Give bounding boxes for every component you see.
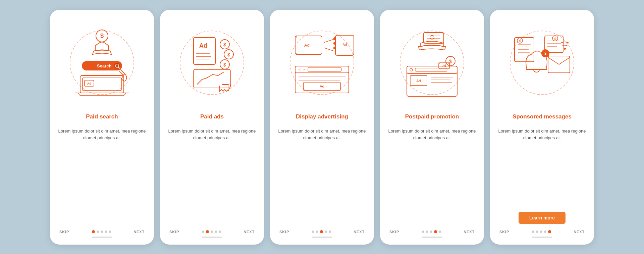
card-title: Postpaid promotion — [405, 110, 459, 124]
sponsored-messages-illustration: 1 $ — [498, 19, 586, 106]
card-divider — [422, 237, 442, 238]
svg-text:$: $ — [100, 33, 104, 39]
svg-text:Ad: Ad — [442, 64, 446, 67]
dot-1 — [532, 231, 534, 233]
next-label[interactable]: NEXT — [244, 230, 255, 234]
svg-text:Ad: Ad — [87, 82, 91, 85]
dot-2 — [536, 231, 538, 233]
dot-2 — [206, 230, 209, 233]
card-divider — [92, 237, 112, 238]
next-label[interactable]: NEXT — [133, 230, 145, 234]
svg-text:<: < — [299, 67, 301, 71]
card-nav: SKIP NEXT — [278, 230, 366, 234]
svg-text:Ad: Ad — [320, 84, 324, 88]
dots — [202, 230, 221, 233]
svg-text:Ad: Ad — [199, 42, 207, 49]
svg-line-30 — [324, 48, 334, 51]
card-nav: SKIP NEXT — [168, 230, 256, 234]
card-sponsored-messages: 1 $ — [490, 10, 594, 245]
svg-point-12 — [180, 31, 244, 95]
svg-text:$: $ — [223, 62, 226, 67]
dots — [422, 230, 441, 233]
card-divider — [202, 237, 222, 238]
dot-3 — [101, 231, 103, 233]
dot-5 — [439, 231, 441, 233]
dot-4 — [105, 231, 107, 233]
svg-line-29 — [324, 39, 334, 43]
dot-5 — [109, 231, 111, 233]
card-body: Lorem ipsum dolor sit dim amet, mea regi… — [498, 128, 586, 208]
postpaid-promotion-illustration: Ad $ Ad — [388, 19, 476, 106]
card-nav: SKIP NEXT — [498, 230, 586, 234]
dot-4 — [544, 231, 546, 233]
svg-text:Search: Search — [97, 63, 111, 68]
skip-label[interactable]: SKIP — [279, 230, 289, 234]
card-paid-ads: Ad $ $ $ Paid ads Lorem ipsum — [160, 10, 264, 245]
card-body: Lorem ipsum dolor sit dim amet, mea regi… — [58, 128, 146, 225]
svg-text:Ad: Ad — [304, 43, 310, 48]
dots — [532, 230, 551, 233]
dot-1 — [422, 231, 424, 233]
svg-text:Ad: Ad — [342, 43, 347, 47]
svg-rect-51 — [407, 66, 457, 96]
svg-point-46 — [400, 31, 464, 95]
svg-rect-8 — [80, 75, 124, 93]
card-divider — [532, 237, 552, 238]
dot-5 — [548, 230, 551, 233]
svg-text:$: $ — [227, 52, 230, 57]
card-display-advertising: Ad Ad < > — [270, 10, 374, 245]
dot-4 — [325, 231, 327, 233]
cards-container: $ Search Ad — [50, 10, 594, 245]
skip-label[interactable]: SKIP — [499, 230, 509, 234]
dot-4 — [215, 231, 217, 233]
skip-label[interactable]: SKIP — [59, 230, 69, 234]
svg-point-54 — [410, 68, 413, 71]
dot-1 — [312, 231, 314, 233]
dot-2 — [316, 231, 318, 233]
card-title: Paid search — [86, 110, 118, 124]
card-body: Lorem ipsum dolor sit dim amet, mea regi… — [388, 128, 476, 225]
dot-3 — [211, 231, 213, 233]
display-advertising-illustration: Ad Ad < > — [278, 19, 366, 106]
card-title: Display advertising — [296, 110, 348, 124]
card-divider — [312, 237, 332, 238]
svg-text:Ad: Ad — [416, 79, 421, 83]
svg-rect-41 — [308, 67, 341, 71]
paid-ads-illustration: Ad $ $ $ — [168, 19, 256, 106]
card-body: Lorem ipsum dolor sit dim amet, mea regi… — [278, 128, 366, 225]
learn-more-button[interactable]: Learn more — [519, 212, 566, 224]
dots — [92, 230, 111, 233]
paid-search-illustration: $ Search Ad — [58, 19, 146, 106]
dot-2 — [426, 231, 428, 233]
card-postpaid-promotion: Ad $ Ad Postpaid promotion Lorem ipsum d… — [380, 10, 484, 245]
next-label[interactable]: NEXT — [574, 230, 585, 234]
svg-text:>: > — [303, 67, 305, 71]
skip-label[interactable]: SKIP — [389, 230, 399, 234]
dot-2 — [97, 231, 99, 233]
svg-rect-25 — [194, 69, 230, 88]
card-paid-search: $ Search Ad — [50, 10, 154, 245]
skip-label[interactable]: SKIP — [169, 230, 179, 234]
dot-4 — [434, 230, 437, 233]
dot-5 — [219, 231, 221, 233]
card-title: Paid ads — [200, 110, 224, 124]
dot-1 — [202, 231, 204, 233]
card-body: Lorem ipsum dolor sit dim amet, mea regi… — [168, 128, 256, 225]
card-title: Sponsored messages — [513, 110, 572, 124]
svg-text:$: $ — [554, 37, 556, 40]
next-label[interactable]: NEXT — [464, 230, 475, 234]
card-nav: SKIP NEXT — [58, 230, 146, 234]
dot-3 — [540, 231, 542, 233]
svg-text:$: $ — [223, 42, 226, 47]
card-nav: SKIP NEXT — [388, 230, 476, 234]
svg-text:$: $ — [519, 39, 521, 43]
dot-5 — [329, 231, 331, 233]
dots — [312, 230, 331, 233]
dot-1 — [92, 230, 95, 233]
dot-3 — [320, 230, 323, 233]
dot-3 — [430, 231, 432, 233]
svg-point-69 — [564, 48, 566, 50]
next-label[interactable]: NEXT — [354, 230, 365, 234]
